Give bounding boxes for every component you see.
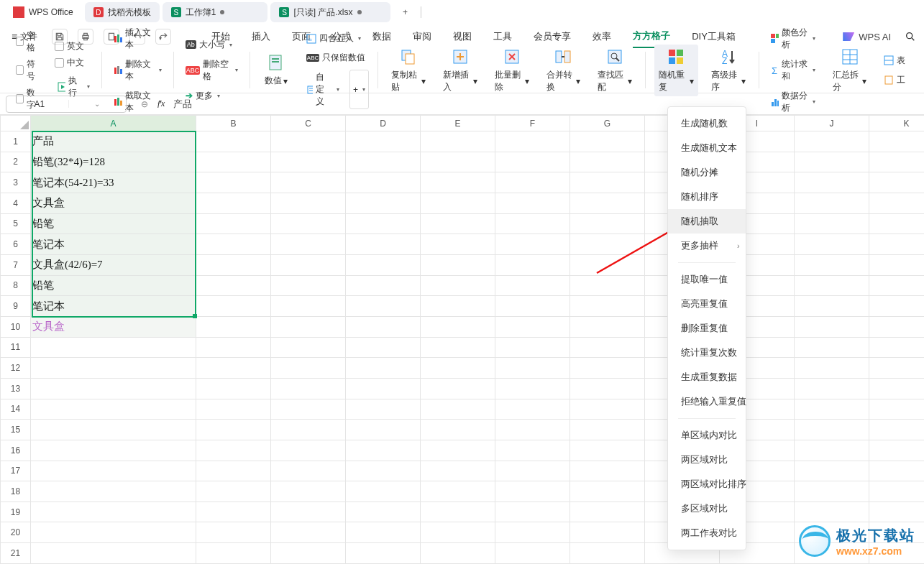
cell[interactable] [570,296,645,317]
cell[interactable] [31,420,196,440]
dropdown-item[interactable]: 统计重复次数 [668,341,746,365]
cell[interactable] [271,481,346,502]
cell[interactable] [346,501,421,522]
dropdown-item[interactable]: 随机分摊 [668,160,746,185]
new-tab-button[interactable]: + [398,4,413,20]
cell[interactable] [421,337,495,358]
row-header[interactable]: 19 [1,501,31,522]
row-header[interactable]: 7 [1,254,31,275]
dropdown-item[interactable]: 随机抽取 [668,209,746,234]
cell[interactable] [346,193,421,213]
cell[interactable] [346,522,421,543]
row-header[interactable]: 21 [1,543,31,564]
cell[interactable] [271,522,346,543]
del-space-button[interactable]: ABC删除空格▾ [183,57,241,84]
cell[interactable] [421,172,495,193]
cell[interactable] [271,420,346,440]
check-chinese[interactable]: 中文 [55,57,93,69]
cell[interactable] [346,461,421,481]
cell[interactable] [795,481,869,502]
cell[interactable] [869,213,925,234]
cell[interactable] [346,337,421,358]
cell[interactable] [795,275,869,296]
cell[interactable] [570,420,645,440]
cell[interactable]: 笔记本(54-21)=33 [31,172,196,193]
cell[interactable] [495,193,570,213]
cell[interactable] [421,420,495,440]
cell[interactable] [271,378,346,399]
row-header[interactable]: 6 [1,234,31,255]
check-symbol[interactable]: 符号 [16,58,42,83]
col-header-C[interactable]: C [271,116,346,131]
cell[interactable] [421,275,495,296]
adv-sort-button[interactable]: AZ高级排序▾ [707,45,750,96]
row-header[interactable]: 10 [1,316,31,337]
cell[interactable] [570,358,645,379]
cell[interactable] [795,254,869,275]
cell[interactable]: 铅笔 [31,213,196,234]
cell[interactable] [795,152,869,172]
cell[interactable] [869,420,925,440]
cell[interactable] [196,316,271,337]
cell[interactable] [869,131,925,152]
table-button[interactable]: 表 [881,53,908,68]
cell[interactable] [495,522,570,543]
random-repeat-button[interactable]: 随机重复▾ [654,45,697,96]
cell[interactable] [196,481,271,502]
col-header-D[interactable]: D [346,116,421,131]
cell[interactable]: 铅笔 [31,275,196,296]
cell[interactable] [795,399,869,420]
cell[interactable] [346,152,421,172]
cell[interactable] [346,543,421,564]
cell[interactable] [196,275,271,296]
cell[interactable] [196,296,271,317]
formula-input[interactable]: 产品 [173,98,924,111]
row-header[interactable]: 18 [1,481,31,502]
dropdown-item[interactable]: 两工作表对比 [668,521,746,545]
find-match-button[interactable]: 查找匹配▾ [593,45,636,96]
cell[interactable] [421,522,495,543]
cell[interactable]: 笔记本 [31,234,196,255]
dropdown-item[interactable]: 高亮重复值 [668,292,746,316]
row-header[interactable]: 4 [1,193,31,213]
dropdown-item[interactable]: 两区域对比 [668,448,746,472]
cell[interactable] [346,378,421,399]
wps-ai-button[interactable]: WPS AI [843,32,891,42]
name-box[interactable]: A1 ⌄ [6,96,127,113]
cell[interactable] [271,337,346,358]
number-format-button[interactable]: 数值▾ [259,50,293,90]
cell[interactable] [271,254,346,275]
dropdown-item[interactable]: 更多抽样› [668,234,746,258]
cell[interactable] [421,501,495,522]
cancel-fx-icon[interactable]: ⊖ [141,99,148,109]
cell[interactable] [421,378,495,399]
cell[interactable] [421,193,495,213]
cell[interactable] [869,234,925,255]
row-header[interactable]: 9 [1,296,31,317]
cell[interactable] [795,316,869,337]
cell[interactable] [196,213,271,234]
cell[interactable] [570,316,645,337]
cell[interactable] [31,399,196,420]
delete-text-button[interactable]: 删除文本▾ [111,57,165,84]
cell[interactable] [570,213,645,234]
search-button[interactable] [904,30,917,43]
cell[interactable] [421,543,495,564]
cell[interactable]: 文具盒 [31,193,196,213]
cell[interactable] [869,399,925,420]
col-header-B[interactable]: B [196,116,271,131]
cell[interactable] [31,440,196,461]
cell[interactable] [795,358,869,379]
cell[interactable] [795,420,869,440]
cell[interactable] [271,296,346,317]
cell[interactable] [196,378,271,399]
row-header[interactable]: 16 [1,440,31,461]
insert-text-button[interactable]: 插入文本▾ [111,25,165,52]
dropdown-item[interactable]: 生成随机文本 [668,136,746,160]
cell[interactable] [271,501,346,522]
cell[interactable] [495,316,570,337]
cell[interactable] [495,254,570,275]
dropdown-item[interactable]: 两区域对比排序 [668,472,746,496]
check-english[interactable]: 英文 [55,40,93,52]
col-header-E[interactable]: E [421,116,495,131]
